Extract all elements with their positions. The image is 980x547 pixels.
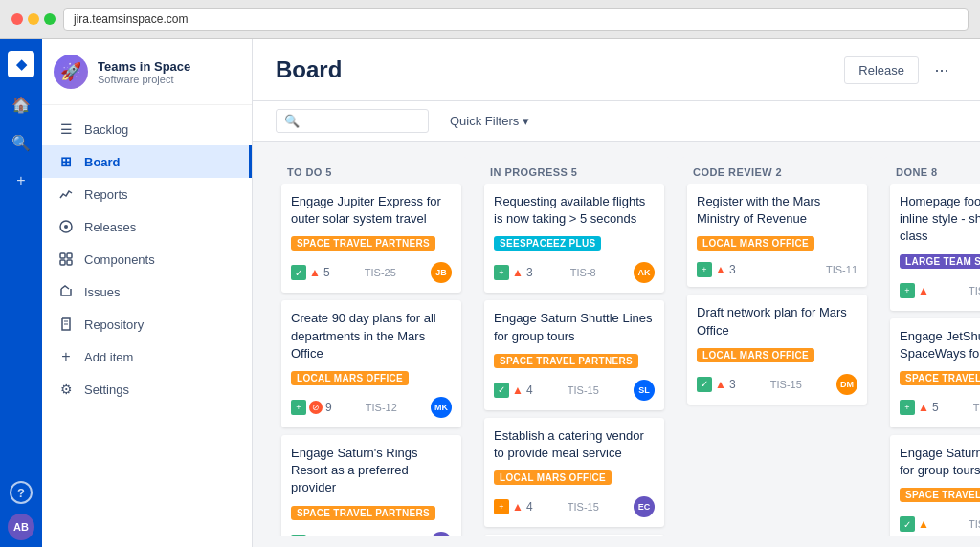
- card-avatar: SL: [634, 380, 655, 401]
- priority-icon: ▲: [512, 383, 523, 397]
- card-footer: + ▲ 3 TIS-11: [697, 262, 858, 277]
- story-icon: +: [900, 400, 915, 415]
- check-icon: ✓: [291, 265, 306, 280]
- sidebar-project-header: 🚀 Teams in Space Software project: [42, 39, 252, 105]
- card-cr-1[interactable]: Register with the Mars Ministry of Reven…: [687, 184, 867, 287]
- card-id: TIS-68: [969, 285, 980, 296]
- card-tag: LOCAL MARS OFFICE: [697, 348, 814, 362]
- card-done-1[interactable]: Homepage footer uses an inline style - s…: [890, 184, 980, 311]
- sidebar-item-add[interactable]: + Add item: [42, 340, 252, 373]
- card-tag: LOCAL MARS OFFICE: [291, 371, 409, 385]
- card-count: 3: [729, 378, 736, 391]
- priority-icon: ▲: [309, 266, 321, 279]
- card-title: Engage JetShuttle SpaceWays for travel: [900, 328, 980, 362]
- reports-label: Reports: [84, 187, 128, 202]
- chevron-down-icon: ▾: [523, 114, 529, 128]
- quick-filters-button[interactable]: Quick Filters ▾: [440, 109, 539, 133]
- card-cr-2[interactable]: Draft network plan for Mars Office LOCAL…: [687, 295, 867, 404]
- block-icon: ⊘: [309, 401, 323, 414]
- card-footer: ✓ ▲ 5 TIS-25 JB: [291, 262, 452, 283]
- card-todo-3[interactable]: Engage Saturn's Rings Resort as a prefer…: [281, 435, 461, 536]
- svg-rect-3: [67, 253, 72, 258]
- close-dot[interactable]: [11, 13, 23, 25]
- sidebar-item-settings[interactable]: ⚙ Settings: [42, 373, 252, 405]
- url-bar[interactable]: jira.teamsinspace.com: [63, 8, 969, 31]
- add-item-label: Add item: [84, 350, 133, 364]
- more-options-button[interactable]: ···: [926, 55, 957, 85]
- card-id: TIS-15: [969, 518, 980, 530]
- priority-icon: ▲: [512, 266, 523, 279]
- add-item-icon: +: [57, 348, 75, 365]
- card-ip-4[interactable]: Engage Saturn Shuttle Lines for group to…: [484, 535, 664, 536]
- card-id: TIS-15: [568, 501, 599, 513]
- sidebar-item-backlog[interactable]: ☰ Backlog: [42, 113, 252, 145]
- card-title: Draft network plan for Mars Office: [697, 304, 858, 339]
- card-id: TIS-8: [570, 267, 596, 278]
- card-todo-2[interactable]: Create 90 day plans for all departments …: [281, 300, 461, 427]
- nav-create-icon[interactable]: +: [10, 169, 33, 192]
- card-ip-2[interactable]: Engage Saturn Shuttle Lines for group to…: [484, 300, 664, 409]
- sidebar-item-issues[interactable]: Issues: [42, 275, 252, 308]
- card-icons: + ▲ 4: [494, 499, 533, 514]
- search-icon: 🔍: [284, 114, 300, 128]
- sidebar-item-repository[interactable]: Repository: [42, 308, 252, 340]
- nav-search-icon[interactable]: 🔍: [10, 131, 33, 154]
- card-tag: SPACE TRAVEL PARTNERS: [291, 506, 435, 520]
- global-nav: ◆ 🏠 🔍 + ? AB: [0, 39, 42, 547]
- card-title: Homepage footer uses an inline style - s…: [900, 193, 980, 246]
- sidebar-item-components[interactable]: Components: [42, 243, 252, 275]
- releases-icon: [57, 218, 75, 235]
- card-footer: + ▲ 4 TIS-15 EC: [494, 496, 655, 517]
- search-box[interactable]: 🔍: [276, 109, 429, 133]
- app-logo[interactable]: ◆: [8, 51, 34, 77]
- card-avatar: MK: [431, 397, 452, 418]
- repository-label: Repository: [84, 317, 144, 332]
- card-footer: ✓ ▲ TIS-15 SL: [900, 514, 980, 535]
- priority-icon: ▲: [918, 284, 929, 297]
- card-count: 5: [932, 401, 939, 414]
- card-avatar: DM: [836, 374, 858, 395]
- card-icons: + ▲ 3: [291, 535, 330, 537]
- minimize-dot[interactable]: [28, 13, 39, 25]
- repository-icon: [57, 316, 75, 333]
- settings-label: Settings: [84, 383, 129, 397]
- quick-filters-label: Quick Filters: [450, 114, 519, 128]
- sidebar-item-reports[interactable]: Reports: [42, 178, 252, 210]
- card-tag: LOCAL MARS OFFICE: [494, 470, 612, 485]
- nav-home-icon[interactable]: 🏠: [10, 93, 33, 116]
- card-icons: + ▲ 3: [697, 262, 736, 277]
- card-done-3[interactable]: Engage Saturn Shuttle Lines for group to…: [890, 435, 980, 536]
- card-footer: + ⊘ 9 TIS-12 MK: [291, 397, 452, 418]
- help-icon[interactable]: ?: [10, 481, 33, 504]
- card-tag: SEESPACEEZ PLUS: [494, 236, 601, 251]
- priority-icon: ▲: [918, 401, 929, 414]
- card-ip-1[interactable]: Requesting available flights is now taki…: [484, 184, 664, 293]
- column-codereview-header: CODE REVIEW 2: [681, 157, 873, 184]
- story-icon: +: [291, 400, 306, 415]
- card-footer: + ▲ 3 TIS-17 SR: [291, 532, 452, 537]
- card-icons: ✓ ▲: [900, 516, 929, 532]
- sidebar-item-board[interactable]: ⊞ Board: [42, 145, 252, 178]
- card-tag: SPACE TRAVEL PARTNERS: [494, 354, 638, 368]
- card-icons: + ▲ 3: [494, 265, 533, 280]
- app: ◆ 🏠 🔍 + ? AB 🚀 Teams in Space Software p…: [0, 39, 980, 547]
- user-avatar[interactable]: AB: [8, 514, 34, 540]
- card-count: 5: [323, 266, 330, 279]
- priority-icon: ▲: [715, 378, 726, 391]
- card-icons: + ▲: [900, 283, 929, 298]
- sidebar-item-releases[interactable]: Releases: [42, 210, 252, 243]
- card-count: 4: [526, 500, 533, 514]
- card-todo-1[interactable]: Engage Jupiter Express for outer solar s…: [281, 184, 461, 293]
- release-button[interactable]: Release: [844, 56, 919, 84]
- project-name: Teams in Space: [98, 59, 240, 74]
- search-input[interactable]: [305, 114, 420, 128]
- maximize-dot[interactable]: [44, 13, 56, 25]
- card-ip-3[interactable]: Establish a catering vendor to provide m…: [484, 418, 664, 527]
- card-footer: + ▲ 3 TIS-8 AK: [494, 262, 655, 283]
- card-avatar: EC: [634, 496, 655, 517]
- card-done-2[interactable]: Engage JetShuttle SpaceWays for travel S…: [890, 318, 980, 427]
- column-codereview: CODE REVIEW 2 Register with the Mars Min…: [681, 157, 873, 536]
- card-id: TIS-23: [973, 402, 980, 413]
- project-avatar: 🚀: [54, 55, 88, 89]
- card-footer: ✓ ▲ 4 TIS-15 SL: [494, 380, 655, 401]
